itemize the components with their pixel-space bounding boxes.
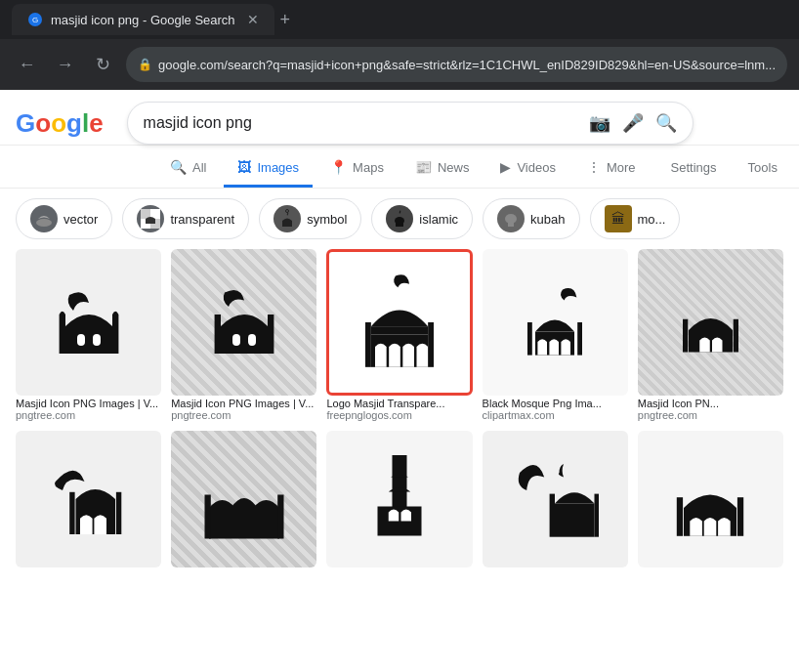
tab-images-label: Images bbox=[257, 160, 299, 175]
image-thumb-2 bbox=[171, 249, 316, 396]
svg-rect-41 bbox=[595, 494, 600, 537]
address-bar-container[interactable]: 🔒 google.com/search?q=masjid+icon+png&sa… bbox=[126, 47, 787, 82]
tab-news[interactable]: 📰 News bbox=[401, 149, 484, 188]
svg-rect-30 bbox=[734, 318, 738, 352]
settings-link[interactable]: Settings bbox=[657, 150, 731, 188]
pill-kubah-label: kubah bbox=[530, 212, 565, 227]
image-item-r2-4[interactable] bbox=[483, 431, 628, 567]
image-source-4: clipartmax.com bbox=[483, 409, 628, 421]
camera-icon[interactable]: 📷 bbox=[589, 112, 610, 134]
back-button[interactable]: ← bbox=[12, 49, 42, 80]
pill-vector[interactable]: vector bbox=[16, 198, 112, 239]
pill-kubah-img bbox=[497, 205, 525, 232]
image-grid-row2 bbox=[0, 431, 799, 567]
search-icon[interactable]: 🔍 bbox=[655, 112, 677, 134]
svg-rect-11 bbox=[65, 326, 112, 354]
tab-images[interactable]: 🖼 Images bbox=[224, 149, 313, 188]
search-box-container: 📷 🎤 🔍 bbox=[127, 102, 694, 145]
image-title-1: Masjid Icon PNG Images | V... bbox=[16, 398, 161, 409]
tab-videos[interactable]: ▶ Videos bbox=[486, 149, 569, 188]
image-item-3[interactable]: Logo Masjid Transpare... freepnglogos.co… bbox=[326, 249, 472, 423]
tools-link[interactable]: Tools bbox=[735, 150, 791, 188]
new-tab-button[interactable]: + bbox=[280, 10, 291, 30]
image-source-5: pngtree.com bbox=[638, 409, 783, 421]
tab-videos-label: Videos bbox=[517, 160, 556, 175]
url-text: google.com/search?q=masjid+icon+png&safe… bbox=[158, 58, 776, 72]
svg-rect-33 bbox=[115, 492, 120, 534]
image-item-r2-5[interactable] bbox=[638, 431, 783, 567]
image-info-5: Masjid Icon PN... pngtree.com bbox=[638, 396, 783, 423]
pill-more-items[interactable]: 🏛 mo... bbox=[590, 198, 681, 239]
image-item-2[interactable]: Masjid Icon PNG Images | V... pngtree.co… bbox=[171, 249, 316, 423]
svg-rect-34 bbox=[209, 508, 279, 539]
tab-more-label: More bbox=[607, 160, 636, 175]
pill-vector-img bbox=[30, 205, 58, 232]
image-item-1[interactable]: Masjid Icon PNG Images | V... pngtree.co… bbox=[16, 249, 161, 423]
logo-g2: g bbox=[66, 108, 82, 138]
all-icon: 🔍 bbox=[170, 159, 187, 175]
image-item-5[interactable]: Masjid Icon PN... pngtree.com bbox=[638, 249, 783, 423]
image-title-2: Masjid Icon PNG Images | V... bbox=[171, 398, 316, 409]
svg-rect-21 bbox=[371, 326, 428, 334]
pill-symbol-label: symbol bbox=[307, 212, 347, 227]
svg-rect-43 bbox=[677, 497, 683, 536]
svg-text:G: G bbox=[32, 16, 38, 24]
pill-islamic-img bbox=[386, 205, 413, 232]
svg-rect-17 bbox=[214, 315, 220, 354]
image-thumb-1 bbox=[16, 249, 161, 396]
image-item-4[interactable]: Black Mosque Png Ima... clipartmax.com bbox=[483, 249, 628, 423]
pill-islamic[interactable]: islamic bbox=[371, 198, 473, 239]
svg-rect-24 bbox=[428, 322, 434, 367]
logo-g: G bbox=[16, 108, 35, 138]
image-item-r2-1[interactable] bbox=[16, 431, 161, 567]
refresh-button[interactable]: ↻ bbox=[88, 49, 118, 80]
tab-close-button[interactable]: ✕ bbox=[247, 12, 259, 27]
browser-title-bar: G masjid icon png - Google Search ✕ + bbox=[0, 0, 799, 39]
svg-rect-13 bbox=[112, 315, 118, 354]
image-title-4: Black Mosque Png Ima... bbox=[483, 398, 628, 409]
tab-more[interactable]: ⋮ More bbox=[573, 149, 650, 188]
microphone-icon[interactable]: 🎤 bbox=[622, 112, 644, 134]
image-item-r2-2[interactable] bbox=[171, 431, 316, 567]
tab-maps-label: Maps bbox=[353, 160, 384, 175]
settings-label: Settings bbox=[671, 160, 717, 175]
image-info-1: Masjid Icon PNG Images | V... pngtree.co… bbox=[16, 396, 161, 423]
image-item-r2-3[interactable] bbox=[326, 431, 472, 567]
svg-rect-10 bbox=[508, 223, 514, 227]
search-input[interactable] bbox=[144, 114, 577, 132]
maps-icon: 📍 bbox=[330, 159, 347, 175]
filter-pills: vector transparent bbox=[0, 189, 799, 249]
svg-rect-36 bbox=[277, 495, 283, 539]
pill-symbol[interactable]: symbol bbox=[259, 198, 361, 239]
image-thumb-5 bbox=[638, 249, 783, 396]
image-title-3: Logo Masjid Transpare... bbox=[326, 398, 472, 409]
svg-rect-23 bbox=[365, 322, 371, 367]
image-info-3: Logo Masjid Transpare... freepnglogos.co… bbox=[326, 396, 472, 423]
pill-more-img: 🏛 bbox=[605, 205, 632, 232]
image-thumb-r2-2 bbox=[171, 431, 316, 567]
image-thumb-4 bbox=[483, 249, 628, 396]
image-grid-row1: Masjid Icon PNG Images | V... pngtree.co… bbox=[0, 249, 799, 431]
pill-more-label: mo... bbox=[638, 212, 666, 227]
search-header: Google 📷 🎤 🔍 bbox=[0, 90, 799, 146]
images-icon: 🖼 bbox=[237, 159, 251, 175]
tab-maps[interactable]: 📍 Maps bbox=[316, 149, 398, 188]
logo-o2: o bbox=[51, 108, 66, 138]
image-thumb-r2-4 bbox=[483, 431, 628, 567]
pill-transparent-img bbox=[137, 205, 164, 232]
browser-tab-active[interactable]: G masjid icon png - Google Search ✕ bbox=[12, 4, 274, 35]
svg-rect-29 bbox=[683, 318, 688, 352]
svg-rect-38 bbox=[378, 507, 422, 536]
image-thumb-3-selected bbox=[326, 249, 472, 396]
svg-point-6 bbox=[286, 210, 289, 213]
pill-transparent[interactable]: transparent bbox=[122, 198, 249, 239]
search-box[interactable]: 📷 🎤 🔍 bbox=[127, 102, 694, 145]
svg-rect-15 bbox=[93, 334, 101, 346]
google-search-page: Google 📷 🎤 🔍 🔍 All 🖼 Images 📍 Maps bbox=[0, 90, 799, 672]
forward-button[interactable]: → bbox=[50, 49, 80, 80]
news-icon: 📰 bbox=[415, 159, 432, 175]
tab-all[interactable]: 🔍 All bbox=[156, 149, 220, 188]
address-bar[interactable]: 🔒 google.com/search?q=masjid+icon+png&sa… bbox=[126, 47, 787, 82]
pill-vector-label: vector bbox=[63, 212, 98, 227]
pill-kubah[interactable]: kubah bbox=[483, 198, 579, 239]
